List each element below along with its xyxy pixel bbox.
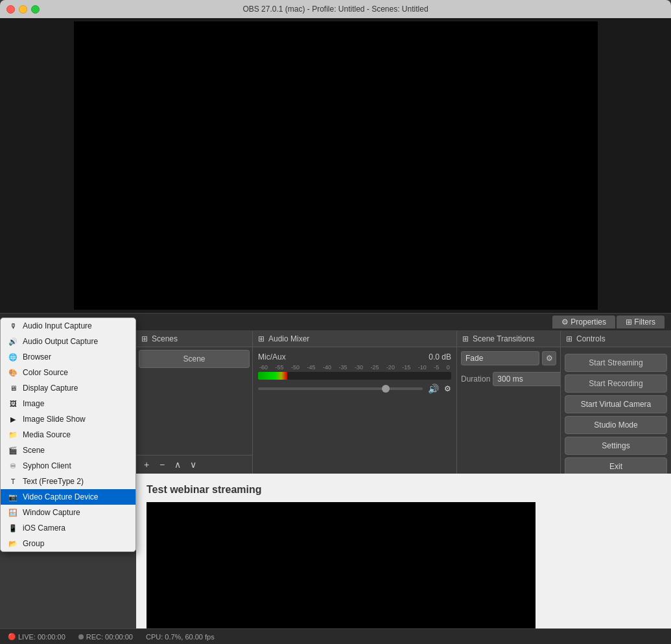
scenes-toolbar: + − ∧ ∨ xyxy=(136,455,252,474)
rec-dot xyxy=(78,634,84,639)
duration-label: Duration xyxy=(461,374,490,384)
scenes-panel-header: ⊞ Scenes xyxy=(136,331,252,347)
remove-scene-button[interactable]: − xyxy=(156,458,169,471)
minimize-button[interactable] xyxy=(19,5,27,14)
studio-mode-button[interactable]: Studio Mode xyxy=(565,416,667,434)
rec-timer: REC: 00:00:00 xyxy=(86,633,133,641)
transition-select-row: Fade Cut Swipe Slide Stinger Luma Wipe ⚙ xyxy=(457,347,560,369)
source-type-color[interactable]: 🎨 Color Source xyxy=(1,365,135,380)
tab-filters[interactable]: ⊞ Filters xyxy=(617,316,665,328)
audio-input-icon: 🎙 xyxy=(8,321,18,330)
source-type-list: 🎙 Audio Input Capture 🔊 Audio Output Cap… xyxy=(0,317,136,552)
status-tabs: ⚙ Properties ⊞ Filters xyxy=(552,316,665,328)
add-scene-button[interactable]: + xyxy=(140,458,153,471)
live-status: 🔴 LIVE: 00:00:00 xyxy=(8,633,65,641)
group-icon: 📂 xyxy=(8,539,18,548)
source-type-video-capture-label: Video Capture Device xyxy=(23,492,99,501)
audio-meter xyxy=(258,372,451,380)
audio-mixer-panel: ⊞ Audio Mixer Mic/Aux 0.0 dB -60 -55 -50… xyxy=(253,331,457,474)
source-type-display[interactable]: 🖥 Display Capture xyxy=(1,380,135,396)
source-type-image[interactable]: 🖼 Image xyxy=(1,396,135,411)
volume-slider[interactable] xyxy=(258,387,423,390)
source-type-window[interactable]: 🪟 Window Capture xyxy=(1,505,135,520)
meter-scale: -60 -55 -50 -45 -40 -35 -30 -25 -20 -15 … xyxy=(258,364,451,371)
media-source-icon: 📁 xyxy=(8,430,18,439)
scene-item-label: Scene xyxy=(183,354,205,363)
source-type-group-label: Group xyxy=(23,539,44,548)
scene-item[interactable]: Scene xyxy=(139,350,250,368)
source-type-image-label: Image xyxy=(23,399,44,408)
audio-channel-mic: Mic/Aux 0.0 dB -60 -55 -50 -45 -40 -35 -… xyxy=(253,347,456,399)
source-type-browser[interactable]: 🌐 Browser xyxy=(1,349,135,365)
source-type-audio-output[interactable]: 🔊 Audio Output Capture xyxy=(1,334,135,349)
cpu-label: CPU: 0.7%, 60.00 fps xyxy=(146,633,215,641)
scene-transitions-panel: ⊞ Scene Transitions Fade Cut Swipe Slide… xyxy=(457,331,561,474)
rec-status: REC: 00:00:00 xyxy=(78,633,133,641)
start-recording-button[interactable]: Start Recording xyxy=(565,374,667,393)
browser-icon: 🌐 xyxy=(8,352,18,362)
color-source-icon: 🎨 xyxy=(8,368,18,377)
audio-output-icon: 🔊 xyxy=(8,337,18,346)
transition-type-select[interactable]: Fade Cut Swipe Slide Stinger Luma Wipe xyxy=(461,351,539,365)
close-button[interactable] xyxy=(6,5,15,14)
scenes-panel-title: Scenes xyxy=(152,334,178,343)
video-capture-icon: 📷 xyxy=(8,492,18,501)
source-type-slideshow[interactable]: ▶ Image Slide Show xyxy=(1,411,135,427)
mute-icon[interactable]: 🔊 xyxy=(428,384,439,394)
start-streaming-button[interactable]: Start Streaming xyxy=(565,354,667,372)
ios-camera-icon: 📱 xyxy=(8,523,18,533)
scene-move-up-button[interactable]: ∧ xyxy=(171,458,184,471)
scene-move-down-button[interactable]: ∨ xyxy=(187,458,200,471)
source-type-ios[interactable]: 📱 iOS Camera xyxy=(1,520,135,536)
text-icon: T xyxy=(8,477,18,486)
syphon-icon: ♾ xyxy=(8,461,18,470)
audio-panel-header: ⊞ Audio Mixer xyxy=(253,331,456,347)
source-type-window-label: Window Capture xyxy=(23,508,80,517)
app-window: OBS 27.0.1 (mac) - Profile: Untitled - S… xyxy=(0,0,671,644)
source-type-media[interactable]: 📁 Media Source xyxy=(1,427,135,443)
audio-settings-icon[interactable]: ⚙ xyxy=(444,384,451,393)
transitions-panel-header: ⊞ Scene Transitions xyxy=(457,331,560,347)
settings-button[interactable]: Settings xyxy=(565,437,667,455)
tab-properties[interactable]: ⚙ Properties xyxy=(552,316,615,328)
source-type-browser-label: Browser xyxy=(23,352,51,362)
source-type-media-label: Media Source xyxy=(23,430,71,439)
exit-button[interactable]: Exit xyxy=(565,457,667,476)
maximize-button[interactable] xyxy=(31,5,40,14)
preview-canvas xyxy=(74,21,598,310)
volume-thumb xyxy=(382,385,390,393)
source-type-video-capture[interactable]: 📷 Video Capture Device xyxy=(1,489,135,505)
source-type-text[interactable]: T Text (FreeType 2) xyxy=(1,474,135,489)
scene-icon: 🎬 xyxy=(8,446,18,455)
audio-panel-title: Audio Mixer xyxy=(268,334,309,343)
source-type-group[interactable]: 📂 Group xyxy=(1,536,135,551)
audio-meter-bar xyxy=(258,372,287,380)
title-bar-buttons xyxy=(6,5,40,14)
source-type-scene[interactable]: 🎬 Scene xyxy=(1,443,135,458)
preview-area xyxy=(0,18,671,313)
source-type-scene-label: Scene xyxy=(23,446,45,455)
tab-properties-label: ⚙ Properties xyxy=(561,317,606,327)
audio-channel-header: Mic/Aux 0.0 dB xyxy=(258,352,451,362)
live-timer: LIVE: 00:00:00 xyxy=(18,633,65,641)
image-icon: 🖼 xyxy=(8,399,18,408)
transition-settings-button[interactable]: ⚙ xyxy=(542,351,556,365)
source-type-audio-output-label: Audio Output Capture xyxy=(23,337,98,346)
tab-filters-label: ⊞ Filters xyxy=(626,317,655,327)
cpu-status: CPU: 0.7%, 60.00 fps xyxy=(146,633,215,641)
webinar-preview xyxy=(147,502,536,628)
webinar-content-area: Test webinar streaming xyxy=(136,474,671,628)
title-bar: OBS 27.0.1 (mac) - Profile: Untitled - S… xyxy=(0,0,671,18)
source-type-text-label: Text (FreeType 2) xyxy=(23,477,84,486)
slideshow-icon: ▶ xyxy=(8,415,18,424)
webinar-section: Test webinar streaming xyxy=(136,474,671,628)
panel-icon-audio: ⊞ xyxy=(258,334,265,343)
window-title: OBS 27.0.1 (mac) - Profile: Untitled - S… xyxy=(242,5,428,14)
source-type-syphon-label: Syphon Client xyxy=(23,461,71,470)
source-type-audio-input[interactable]: 🎙 Audio Input Capture xyxy=(1,318,135,334)
source-type-display-label: Display Capture xyxy=(23,384,78,393)
start-virtual-camera-button[interactable]: Start Virtual Camera xyxy=(565,395,667,413)
source-type-syphon[interactable]: ♾ Syphon Client xyxy=(1,458,135,474)
display-capture-icon: 🖥 xyxy=(8,384,18,393)
controls-panel-header: ⊞ Controls xyxy=(561,331,671,347)
